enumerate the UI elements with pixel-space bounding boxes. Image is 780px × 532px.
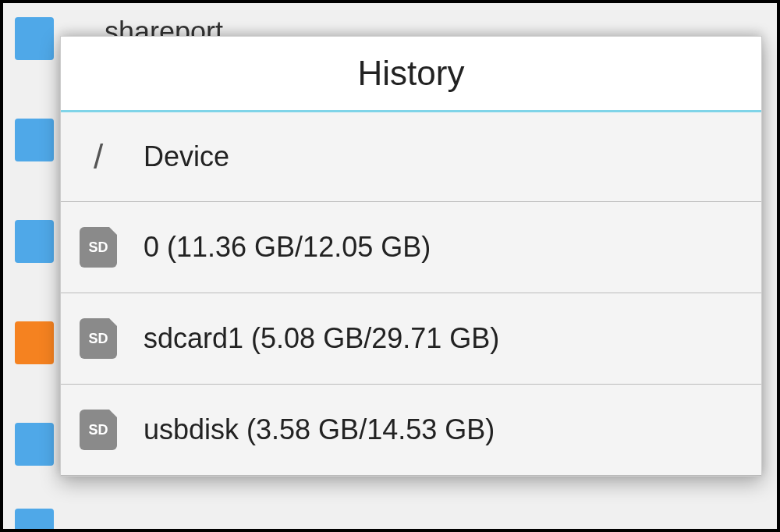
- bg-folder-icon: [15, 509, 54, 532]
- dialog-title: History: [61, 37, 761, 112]
- bg-folder-icon: [15, 423, 54, 466]
- item-label: usbdisk (3.58 GB/14.53 GB): [144, 413, 495, 446]
- list-item-usbdisk[interactable]: SD usbdisk (3.58 GB/14.53 GB): [61, 385, 761, 476]
- bg-folder-icon: [15, 321, 54, 364]
- list-item-storage-0[interactable]: SD 0 (11.36 GB/12.05 GB): [61, 202, 761, 293]
- sd-card-icon: SD: [80, 318, 117, 359]
- bg-folder-icon: [15, 220, 54, 263]
- bg-folder-icon: [15, 17, 54, 60]
- item-label: sdcard1 (5.08 GB/29.71 GB): [144, 322, 499, 355]
- bg-folder-icon: [15, 119, 54, 161]
- sd-card-icon: SD: [80, 227, 117, 268]
- sd-card-icon: SD: [80, 410, 117, 450]
- list-item-sdcard1[interactable]: SD sdcard1 (5.08 GB/29.71 GB): [61, 293, 761, 385]
- item-label: Device: [144, 140, 229, 173]
- history-dialog: History / Device SD 0 (11.36 GB/12.05 GB…: [60, 36, 762, 477]
- list-item-device[interactable]: / Device: [61, 112, 761, 202]
- slash-icon: /: [80, 137, 117, 176]
- item-label: 0 (11.36 GB/12.05 GB): [144, 231, 431, 264]
